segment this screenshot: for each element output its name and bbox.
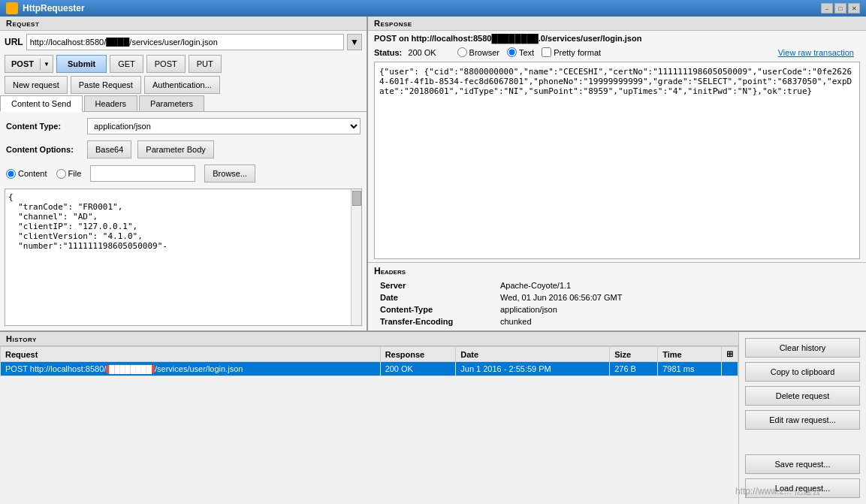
browser-radio-label[interactable]: Browser [457, 47, 499, 57]
request-body-container: { "tranCode": "FR0001", "channel": "AD",… [5, 189, 362, 326]
content-options-row: Content Options: Base64 Parameter Body [6, 140, 361, 158]
history-date-cell: Jun 1 2016 - 2:55:59 PM [456, 362, 610, 376]
close-button[interactable]: ✕ [848, 3, 860, 14]
content-type-row: Content Type: application/json [6, 118, 361, 134]
clear-history-button[interactable]: Clear history [745, 338, 860, 358]
response-panel: Response POST on http://localhost:8580██… [368, 17, 866, 330]
main-content: Request URL ▼ POST ▼ Submit GET POST PUT [0, 17, 866, 504]
method-arrow[interactable]: ▼ [40, 59, 53, 70]
url-dropdown[interactable]: ▼ [347, 34, 362, 50]
response-section-header: Response [368, 17, 866, 31]
request-tabs: Content to Send Headers Parameters [0, 95, 367, 112]
url-row: URL ▼ [0, 31, 367, 53]
response-body: {"user": {"cid":"8800000000","name":"CEC… [374, 62, 860, 259]
history-request-cell: POST http://localhost:8580/████████/serv… [1, 362, 381, 376]
content-area: Content Type: application/json Content O… [0, 112, 367, 189]
status-label: Status: [374, 48, 402, 57]
content-file-row: Content File Browse... [6, 164, 361, 183]
url-label: URL [5, 37, 23, 47]
header-name: Server [374, 279, 494, 291]
history-table-head: Request Response Date Size Time ⊞ [1, 347, 738, 362]
history-time-cell: 7981 ms [658, 362, 722, 376]
method-button-row: POST ▼ Submit GET POST PUT [0, 53, 367, 74]
action-button-row: New request Paste Request Authentication… [0, 74, 367, 95]
table-row[interactable]: POST http://localhost:8580/████████/serv… [1, 362, 738, 376]
submit-button[interactable]: Submit [56, 55, 107, 73]
content-file-radio-group: Content File Browse... [6, 164, 255, 183]
history-table: Request Response Date Size Time ⊞ POST h… [0, 346, 738, 376]
browser-radio[interactable] [457, 47, 467, 57]
content-radio[interactable] [6, 169, 16, 179]
tab-content-to-send[interactable]: Content to Send [0, 95, 83, 112]
paste-request-button[interactable]: Paste Request [71, 76, 141, 94]
save-request-button[interactable]: Save request... [745, 454, 860, 474]
authentication-button[interactable]: Authentication... [144, 76, 220, 94]
header-row: Transfer-Encodingchunked [374, 315, 860, 327]
history-panel: History Request Response Date Size Time … [0, 332, 738, 504]
method-selector[interactable]: POST ▼ [5, 55, 53, 73]
file-path-input[interactable] [90, 165, 195, 182]
spacer [745, 434, 860, 450]
browse-button[interactable]: Browse... [204, 164, 255, 183]
content-radio-label[interactable]: Content [6, 169, 47, 179]
action-buttons-panel: Clear history Copy to clipboard Delete r… [738, 332, 866, 504]
minimize-button[interactable]: – [821, 3, 833, 14]
copy-to-clipboard-button[interactable]: Copy to clipboard [745, 362, 860, 382]
col-size: Size [610, 347, 658, 362]
tab-headers[interactable]: Headers [84, 95, 138, 111]
post-button[interactable]: POST [146, 55, 186, 73]
bottom-section: History Request Response Date Size Time … [0, 332, 866, 504]
pretty-format-checkbox[interactable] [542, 47, 551, 57]
file-radio-label[interactable]: File [56, 169, 82, 179]
request-section-header: Request [0, 17, 367, 31]
hidden-url-part: ████████ [106, 365, 155, 373]
header-row: ServerApache-Coyote/1.1 [374, 279, 860, 291]
pretty-format-checkbox-label[interactable]: Pretty format [542, 47, 601, 57]
header-name: Date [374, 291, 494, 303]
method-label: POST [5, 57, 40, 71]
display-options: Browser Text Pretty format [457, 47, 602, 57]
text-radio-label[interactable]: Text [507, 47, 534, 57]
tab-parameters[interactable]: Parameters [139, 95, 204, 111]
history-table-body: POST http://localhost:8580/████████/serv… [1, 362, 738, 376]
url-input[interactable] [26, 34, 344, 50]
param-body-button[interactable]: Parameter Body [137, 140, 213, 158]
content-type-select[interactable]: application/json [87, 118, 361, 134]
body-scrollbar[interactable] [351, 189, 361, 325]
history-section-header: History [0, 332, 738, 346]
header-name: Transfer-Encoding [374, 315, 494, 327]
maximize-button[interactable]: □ [834, 3, 846, 14]
header-value: Wed, 01 Jun 2016 06:56:07 GMT [494, 291, 860, 303]
col-date: Date [456, 347, 610, 362]
view-raw-link[interactable]: View raw transaction [778, 48, 854, 57]
watermark: http://www.z... 亿速云 [735, 485, 821, 498]
status-row: Status: 200 OK Browser Text Pretty forma… [368, 46, 866, 59]
history-response-cell: 200 OK [380, 362, 456, 376]
scrollbar-thumb[interactable] [352, 191, 361, 206]
title-bar-controls: – □ ✕ [821, 3, 860, 14]
col-icon: ⊞ [722, 347, 738, 362]
header-row: Content-Typeapplication/json [374, 303, 860, 315]
get-button[interactable]: GET [110, 55, 143, 73]
col-request: Request [1, 347, 381, 362]
app-title: HttpRequester [23, 3, 85, 14]
base64-button[interactable]: Base64 [87, 140, 131, 158]
header-row: DateWed, 01 Jun 2016 06:56:07 GMT [374, 291, 860, 303]
new-request-button[interactable]: New request [5, 76, 68, 94]
delete-request-button[interactable]: Delete request [745, 386, 860, 406]
app-icon [6, 2, 18, 14]
header-value: chunked [494, 315, 860, 327]
col-time: Time [658, 347, 722, 362]
file-radio[interactable] [56, 169, 66, 179]
request-panel: Request URL ▼ POST ▼ Submit GET POST PUT [0, 17, 368, 330]
request-body-textarea[interactable]: { "tranCode": "FR0001", "channel": "AD",… [5, 189, 361, 325]
edit-raw-request-button[interactable]: Edit raw request... [745, 410, 860, 430]
response-url-text: POST on http://localhost:8580████████.0/… [374, 34, 641, 43]
col-response: Response [380, 347, 456, 362]
put-button[interactable]: PUT [189, 55, 222, 73]
status-value: 200 OK [408, 48, 436, 57]
header-value: application/json [494, 303, 860, 315]
headers-table: ServerApache-Coyote/1.1DateWed, 01 Jun 2… [374, 279, 860, 327]
text-radio[interactable] [507, 47, 517, 57]
header-value: Apache-Coyote/1.1 [494, 279, 860, 291]
